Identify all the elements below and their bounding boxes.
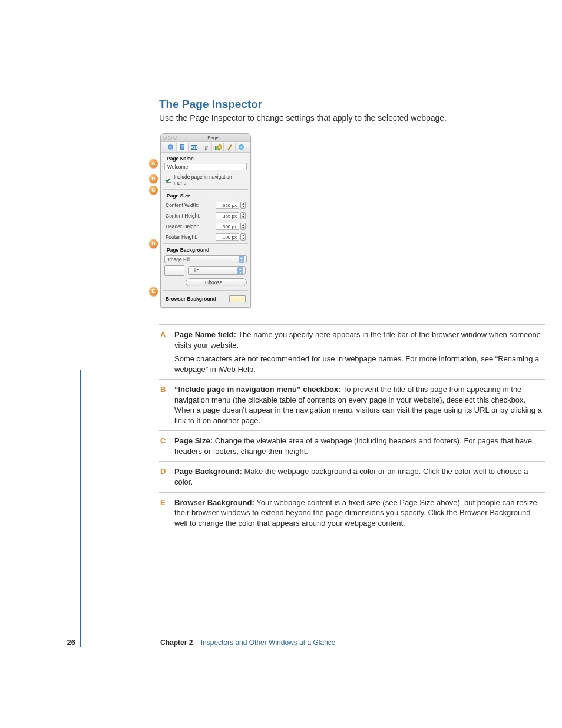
definition-title: Page Name field: bbox=[174, 330, 236, 339]
tab-metrics[interactable] bbox=[223, 143, 235, 151]
page-background-color-well[interactable] bbox=[164, 265, 184, 276]
page-name-section-label: Page Name bbox=[163, 153, 248, 163]
definition-letter: B bbox=[159, 384, 174, 426]
definition-paragraph: Page Name field: The name you specify he… bbox=[174, 330, 545, 350]
image-fill-popup[interactable]: Image Fill bbox=[164, 255, 247, 263]
section-heading: The Page Inspector bbox=[159, 98, 545, 111]
tab-quicktime[interactable] bbox=[235, 143, 247, 151]
definition-paragraph: Some characters are not recommended for … bbox=[174, 354, 545, 374]
definition-row: B“Include page in navigation menu” check… bbox=[159, 380, 545, 431]
page-icon bbox=[180, 144, 184, 150]
callout-definitions: APage Name field: The name you specify h… bbox=[159, 324, 545, 533]
popup-carets-icon bbox=[237, 267, 243, 274]
tab-rss[interactable]: RSS bbox=[188, 143, 200, 151]
definition-row: EBrowser Background: Your webpage conten… bbox=[159, 493, 545, 534]
shapes-icon bbox=[215, 144, 221, 150]
definition-title: Page Background: bbox=[174, 467, 242, 476]
callout-badge-c: C bbox=[149, 186, 158, 195]
footer-height-label: Footer Height: bbox=[166, 234, 197, 240]
page-background-section-label: Page Background bbox=[163, 244, 248, 254]
window-title: Page bbox=[177, 135, 249, 140]
page-name-field[interactable]: Welcome bbox=[164, 163, 247, 170]
footer-height-stepper[interactable] bbox=[240, 233, 246, 241]
definition-body: Browser Background: Your webpage content… bbox=[174, 498, 545, 529]
header-height-field[interactable]: 300 px bbox=[216, 223, 239, 230]
rss-icon: RSS bbox=[191, 145, 197, 150]
window-titlebar: Page bbox=[161, 134, 250, 142]
definition-paragraph: Page Size: Change the viewable area of a… bbox=[174, 436, 545, 456]
choose-button[interactable]: Choose… bbox=[186, 278, 247, 286]
content-width-label: Content Width: bbox=[166, 202, 199, 208]
callout-badge-a: A bbox=[149, 159, 158, 168]
callout-badge-d: D bbox=[149, 239, 158, 248]
content-height-label: Content Height: bbox=[166, 213, 200, 219]
definition-row: APage Name field: The name you specify h… bbox=[159, 325, 545, 380]
page-footer: 26 Chapter 2 Inspectors and Other Window… bbox=[0, 638, 562, 647]
tile-label: Tile bbox=[191, 268, 199, 274]
definition-body: Page Background: Make the webpage backgr… bbox=[174, 466, 545, 487]
content-height-field[interactable]: 355 px bbox=[216, 212, 239, 219]
pencil-icon bbox=[227, 144, 232, 150]
footer-height-field[interactable]: 100 px bbox=[216, 233, 239, 241]
callout-badge-e: E bbox=[149, 287, 158, 296]
content-width-stepper[interactable] bbox=[240, 202, 246, 209]
definition-body: Page Name field: The name you specify he… bbox=[174, 330, 545, 374]
definition-title: “Include page in navigation menu” checkb… bbox=[174, 385, 340, 394]
definition-title: Page Size: bbox=[174, 436, 213, 445]
chapter-label: Chapter 2 bbox=[160, 638, 193, 647]
page-number: 26 bbox=[0, 638, 75, 647]
tab-graphic[interactable] bbox=[211, 143, 223, 151]
chapter-title: Inspectors and Other Windows at a Glance bbox=[201, 638, 336, 647]
header-height-label: Header Height: bbox=[166, 223, 199, 229]
footer-rule bbox=[80, 370, 81, 647]
tab-text[interactable]: T bbox=[200, 143, 211, 151]
popup-carets-icon bbox=[239, 256, 244, 263]
include-nav-label: Include page in navigation menu bbox=[174, 174, 246, 186]
definition-paragraph: Page Background: Make the webpage backgr… bbox=[174, 466, 545, 487]
definition-body: Page Size: Change the viewable area of a… bbox=[174, 436, 545, 456]
tile-popup[interactable]: Tile bbox=[188, 266, 246, 275]
header-height-stepper[interactable] bbox=[240, 223, 246, 230]
include-nav-checkbox[interactable] bbox=[166, 177, 171, 183]
callout-badge-b: B bbox=[149, 174, 158, 183]
definition-body: “Include page in navigation menu” checkb… bbox=[174, 384, 545, 426]
inspector-figure: Page RSS T Page Name Welcome Inc bbox=[159, 133, 265, 308]
definition-row: CPage Size: Change the viewable area of … bbox=[159, 431, 545, 462]
content-width-field[interactable]: 620 px bbox=[216, 202, 239, 209]
content-height-stepper[interactable] bbox=[240, 212, 246, 219]
definition-letter: C bbox=[159, 436, 174, 456]
globe-icon bbox=[168, 144, 173, 150]
tab-site[interactable] bbox=[164, 143, 176, 151]
definition-title: Browser Background: bbox=[174, 498, 254, 507]
definition-paragraph: “Include page in navigation menu” checkb… bbox=[174, 384, 545, 426]
intro-paragraph: Use the Page Inspector to change setting… bbox=[159, 113, 545, 123]
tab-page[interactable] bbox=[176, 143, 188, 151]
definition-letter: A bbox=[159, 330, 174, 374]
inspector-tabs: RSS T bbox=[161, 142, 250, 153]
definition-letter: E bbox=[159, 498, 174, 529]
page-size-section-label: Page Size bbox=[163, 190, 248, 200]
definition-letter: D bbox=[159, 466, 174, 487]
image-fill-label: Image Fill bbox=[168, 256, 190, 262]
definition-paragraph: Browser Background: Your webpage content… bbox=[174, 498, 545, 529]
quicktime-icon bbox=[239, 144, 244, 150]
browser-background-section-label: Browser Background bbox=[166, 296, 216, 302]
definition-row: DPage Background: Make the webpage backg… bbox=[159, 462, 545, 492]
browser-background-color-well[interactable] bbox=[229, 295, 246, 302]
text-icon: T bbox=[204, 144, 208, 151]
page-inspector-window: Page RSS T Page Name Welcome Inc bbox=[160, 133, 251, 308]
window-traffic-lights[interactable] bbox=[163, 136, 177, 140]
